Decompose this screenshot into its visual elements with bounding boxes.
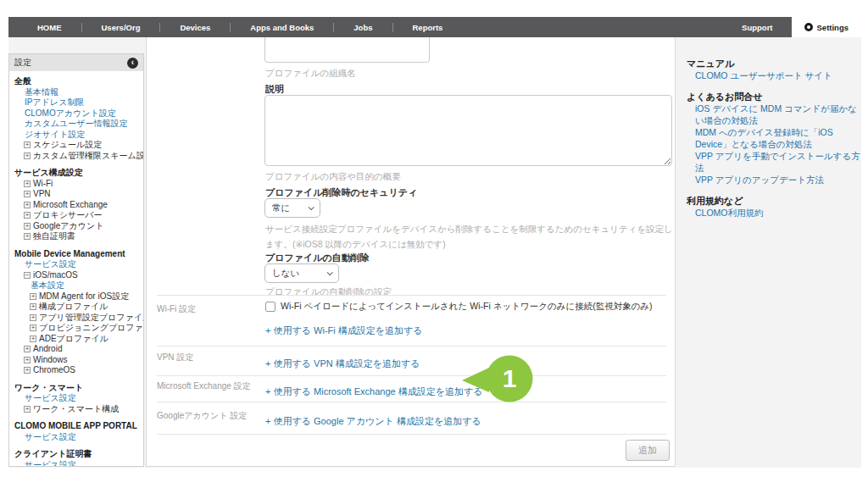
auto-delete-helper: プロファイルの自動削除の設定 (265, 286, 392, 298)
gear-icon (804, 23, 813, 31)
sidebar-item-mdm-agent-ios[interactable]: +MDM Agent for iOS設定 (14, 291, 140, 302)
row-divider (157, 375, 666, 376)
collapse-icon: − (24, 272, 31, 279)
sidebar-item-custom-permission-scheme[interactable]: +カスタム管理権限スキーム設定 (14, 151, 140, 162)
sidebar-item-label: Android (33, 344, 62, 355)
description-textarea[interactable] (264, 95, 672, 166)
google-row-label: Googleアカウント 設定 (157, 410, 247, 422)
removal-security-select[interactable]: 常に (264, 198, 320, 218)
removal-security-helper: サービス接続設定プロファイルをデバイスから削除することを制限するためのセキュリテ… (265, 221, 674, 252)
sidebar-item-label: スケジュール設定 (33, 140, 102, 151)
sidebar-item-label: Wi-Fi (33, 179, 53, 190)
sidebar-item-label: MDM Agent for iOS設定 (39, 291, 129, 302)
nav-reports[interactable]: Reports (393, 23, 463, 32)
profile-settings-form: プロファイルの組織名 説明 プロファイルの内容や目的の概要 プロファイル削除時の… (146, 37, 676, 467)
expand-icon: + (30, 303, 36, 310)
settings-sidebar: 設定 ‹ 全般 基本情報 IPアドレス制限 CLOMOアカウント設定 カスタムユ… (8, 53, 144, 467)
add-exchange-config-link[interactable]: + 使用する Microsoft Exchange 構成設定を追加する (265, 385, 482, 398)
sidebar-item-custom-user-info[interactable]: カスタムユーザー情報設定 (14, 119, 140, 130)
sidebar-header: 設定 ‹ (9, 54, 143, 71)
nav-users-org[interactable]: Users/Org (82, 23, 160, 32)
expand-icon: + (24, 346, 31, 352)
faq-link-vpp-manual-install[interactable]: VPP アプリを手動でインストールする方法 (687, 150, 861, 174)
description-label: 説明 (265, 83, 284, 96)
expand-icon: + (24, 202, 31, 208)
chevron-down-icon (327, 269, 333, 275)
faq-section-title: よくあるお問合せ (687, 91, 861, 103)
manual-support-site-link[interactable]: CLOMO ユーザーサポート サイト (687, 69, 861, 81)
sidebar-item-worksmart-config[interactable]: +ワーク・スマート構成 (14, 404, 140, 415)
nav-support[interactable]: Support (723, 23, 791, 32)
nav-devices[interactable]: Devices (160, 23, 230, 32)
collapse-sidebar-button[interactable]: ‹ (127, 58, 138, 69)
auto-delete-value: しない (272, 268, 299, 280)
sidebar-item-basic-settings[interactable]: 基本設定 (14, 280, 140, 291)
manual-section-title: マニュアル (687, 58, 861, 69)
clomo-settings-page: HOME Users/Org Devices Apps and Books Jo… (0, 0, 868, 488)
chevron-down-icon (309, 204, 314, 210)
sidebar-item-proxy-server[interactable]: +プロキシサーバー (14, 210, 140, 221)
sidebar-item-label: Googleアカウント (33, 221, 103, 232)
sidebar-item-geosite[interactable]: ジオサイト設定 (14, 130, 140, 141)
sidebar-item-basic-info[interactable]: 基本情報 (14, 87, 140, 98)
sidebar-item-ade-profile[interactable]: +ADEプロファイル (14, 334, 140, 345)
sidebar-section-general: 全般 (14, 76, 140, 87)
add-wifi-config-link[interactable]: + 使用する Wi-Fi 構成設定を追加する (265, 324, 423, 337)
sidebar-item-ms-exchange[interactable]: +Microsoft Exchange (14, 200, 140, 211)
sidebar-item-portal-service[interactable]: サービス設定 (14, 432, 140, 443)
nav-apps-and-books[interactable]: Apps and Books (231, 23, 333, 32)
sidebar-item-label: Windows (33, 355, 68, 366)
sidebar-item-own-certificate[interactable]: +独自証明書 (14, 231, 140, 242)
sidebar-item-mdm-service-settings[interactable]: サービス設定 (14, 259, 140, 270)
expand-icon: + (24, 223, 31, 230)
sidebar-item-label: VPN (33, 189, 51, 200)
expand-icon: + (24, 367, 31, 374)
sidebar-section-service-config: サービス構成設定 (14, 168, 140, 179)
row-divider (157, 295, 666, 296)
sidebar-item-label: iOS/macOS (33, 270, 78, 281)
sidebar-item-provisioning-profile[interactable]: +プロビジョニングプロファイル (14, 323, 140, 334)
add-vpn-config-link[interactable]: + 使用する VPN 構成設定を追加する (265, 358, 420, 370)
sidebar-item-ip-restriction[interactable]: IPアドレス制限 (14, 97, 140, 108)
auto-delete-select[interactable]: しない (264, 263, 339, 283)
sidebar-item-schedule[interactable]: +スケジュール設定 (14, 140, 140, 151)
wifi-only-checkbox-row: Wi-Fi ペイロードによってインストールされた Wi-Fi ネットワークのみに… (265, 301, 653, 313)
nav-settings-label: Settings (817, 23, 849, 32)
sidebar-item-config-profile[interactable]: +構成プロファイル (14, 302, 140, 313)
sidebar-item-worksmart-service[interactable]: サービス設定 (14, 393, 140, 404)
nav-home[interactable]: HOME (8, 23, 81, 32)
sidebar-item-label: プロビジョニングプロファイル (39, 323, 144, 334)
sidebar-item-android[interactable]: +Android (14, 344, 140, 355)
sidebar-item-clomo-account[interactable]: CLOMOアカウント設定 (14, 108, 140, 119)
row-divider (157, 434, 666, 435)
sidebar-item-chromeos[interactable]: +ChromeOS (14, 365, 140, 376)
nav-jobs[interactable]: Jobs (334, 23, 392, 32)
sidebar-item-label: カスタム管理権限スキーム設定 (33, 151, 144, 162)
sidebar-item-ios-macos[interactable]: −iOS/macOS (14, 270, 140, 281)
sidebar-item-label: アプリ管理設定プロファイル (39, 313, 144, 324)
nav-settings-tab[interactable]: Settings (792, 17, 861, 37)
organization-name-input[interactable] (264, 37, 430, 63)
add-submit-button[interactable]: 追加 (626, 440, 670, 461)
sidebar-item-wifi[interactable]: +Wi-Fi (14, 179, 140, 190)
sidebar-item-google-account[interactable]: +Googleアカウント (14, 221, 140, 232)
faq-link-mdm-command[interactable]: iOS デバイスに MDM コマンドが届かない場合の対処法 (687, 103, 861, 126)
faq-link-vpp-update[interactable]: VPP アプリのアップデート方法 (687, 174, 861, 186)
sidebar-item-clientcert-service[interactable]: サービス設定 (14, 460, 140, 468)
expand-icon: + (24, 191, 31, 197)
auto-delete-label: プロファイルの自動削除 (265, 252, 370, 264)
terms-link[interactable]: CLOMO利用規約 (687, 207, 861, 219)
sidebar-item-app-config-profile[interactable]: +アプリ管理設定プロファイル (14, 313, 140, 324)
expand-icon: + (30, 293, 36, 300)
expand-icon: + (30, 324, 36, 331)
sidebar-item-vpn[interactable]: +VPN (14, 189, 140, 200)
add-google-config-link[interactable]: + 使用する Google アカウント 構成設定を追加する (265, 415, 481, 428)
faq-link-ios-device[interactable]: MDM へのデバイス登録時に「iOS Device」となる場合の対処法 (687, 126, 861, 150)
sidebar-item-windows[interactable]: +Windows (14, 355, 140, 366)
chevron-left-icon: ‹ (131, 58, 134, 67)
expand-icon: + (24, 233, 31, 240)
expand-icon: + (30, 336, 36, 342)
sidebar-item-label: ChromeOS (33, 365, 75, 376)
expand-icon: + (24, 152, 31, 159)
wifi-only-checkbox[interactable] (265, 302, 275, 312)
